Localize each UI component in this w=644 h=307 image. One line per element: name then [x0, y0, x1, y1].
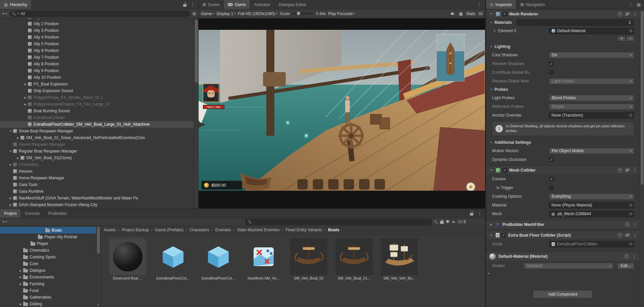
asset-tile[interactable]: SM_Veh_Veh_Bo...	[381, 238, 418, 307]
breadcrumb-segment[interactable]: Characters	[190, 228, 209, 232]
component-enabled-checkbox[interactable]	[502, 12, 507, 16]
materials-count-field[interactable]: 1	[517, 19, 634, 26]
play-focused-dropdown[interactable]: Play Focused▾	[328, 11, 355, 16]
vsync-grid-icon[interactable]: ▦	[459, 11, 463, 16]
label-icon[interactable]	[446, 220, 449, 224]
tab-inspector[interactable]: ⊙ Inspector	[486, 0, 516, 9]
probuilder-meshfilter-header[interactable]: ▶ ProBuilder MeshFilter ? ⋮	[486, 220, 640, 229]
foldout-right-icon[interactable]: ▶	[8, 197, 13, 200]
breadcrumb-segment[interactable]: Enemies	[215, 228, 231, 232]
is-trigger-checkbox[interactable]	[549, 185, 554, 190]
component-enabled-checkbox[interactable]	[502, 168, 507, 173]
tab-project[interactable]: Project	[0, 209, 21, 218]
help-icon[interactable]: ?	[618, 168, 622, 173]
project-folder-item[interactable]: Boats	[0, 227, 100, 234]
inspector-scrollbar[interactable]	[640, 9, 644, 307]
hierarchy-item[interactable]: Gaia Tools	[0, 181, 194, 188]
hierarchy-item[interactable]: Ally 2 Position	[0, 20, 194, 27]
tab-animator[interactable]: Animator	[250, 0, 275, 9]
foldout-right-icon[interactable]: ▶	[23, 83, 28, 86]
physic-material-object-field[interactable]: None (Physic Material)⊙	[549, 202, 634, 208]
mute-audio-icon[interactable]	[450, 12, 455, 16]
project-folder-item[interactable]: Gatherables	[0, 294, 100, 301]
foldout-expanded-icon[interactable]: ▼	[489, 12, 494, 15]
hotbar-slot[interactable]	[328, 179, 339, 190]
motion-vectors-dropdown[interactable]: Per Object Motion▾	[549, 148, 634, 154]
foldout-right-icon[interactable]: ▶	[18, 276, 23, 279]
compass-icon[interactable]	[466, 182, 475, 191]
layout-icon[interactable]: ▤	[637, 2, 641, 7]
asset-store-icon[interactable]	[440, 221, 444, 224]
mesh-renderer-header[interactable]: ▼ Mesh Renderer ? ⋮	[486, 9, 640, 18]
create-asset-button[interactable]: +▾	[2, 220, 7, 224]
tab-navigation[interactable]: ⊞ Navigation	[516, 0, 549, 9]
breadcrumb-segment[interactable]: Game (Prefabs)	[155, 228, 183, 232]
shader-dropdown[interactable]: Standard▾	[524, 263, 613, 269]
breadcrumb-segment[interactable]: Boats	[328, 228, 339, 232]
search-window-icon[interactable]: ⊞	[193, 11, 196, 16]
search-by-type-icon[interactable]	[434, 220, 438, 224]
anchor-object-field[interactable]: None (Transform)⊙	[549, 112, 634, 119]
breadcrumb-segment[interactable]: Project Backup	[122, 228, 149, 232]
scale-slider[interactable]	[292, 13, 314, 14]
foldout-right-icon[interactable]: ▶	[15, 157, 20, 160]
foldout-expanded-icon[interactable]: ▼	[489, 169, 494, 172]
hierarchy-item[interactable]: ▶PolygonAncientEmpire_FX_Fire_Large_01	[0, 101, 194, 108]
extra-boat-floor-collider-header[interactable]: ▼ Extra Boat Floor Collider (Script) ? ⋮	[486, 231, 640, 240]
asset-tile[interactable]: ExtraBoatFloorCol...	[200, 238, 237, 307]
search-filter-caret-icon[interactable]: ▾	[17, 12, 19, 15]
hidden-count-toggle[interactable]: 9	[458, 220, 466, 224]
foldout-right-icon[interactable]: ▶	[18, 303, 23, 306]
foldout-right-icon[interactable]: ▶	[18, 269, 23, 272]
hotbar-slot[interactable]	[374, 179, 385, 190]
stats-button[interactable]: Stats	[466, 11, 475, 16]
object-picker-icon[interactable]: ⊙	[628, 28, 633, 33]
cast-shadows-dropdown[interactable]: On▾	[549, 52, 634, 58]
preset-icon[interactable]	[625, 12, 630, 16]
mesh-collider-header[interactable]: ▼ Mesh Collider ? ⋮	[486, 166, 640, 175]
tab-hierarchy[interactable]: ▤ Hierarchy	[0, 0, 32, 9]
gizmos-dropdown[interactable]: Gi	[479, 11, 483, 16]
kebab-menu-icon[interactable]: ⋮	[632, 254, 636, 259]
cooking-options-dropdown[interactable]: Everything▾	[549, 193, 634, 200]
foldout-right-icon[interactable]: ▶	[8, 203, 13, 206]
game-mode-dropdown[interactable]: Game▾	[201, 11, 214, 16]
display-dropdown[interactable]: Display 1▾	[217, 11, 235, 16]
default-material-header[interactable]: Default-Material (Material) ? ⋮	[486, 251, 640, 261]
hierarchy-item[interactable]: Ship Explosion Sound	[0, 87, 194, 94]
tab-dialogue-editor[interactable]: Dialogue Editor	[275, 0, 311, 9]
add-component-button[interactable]: Add Component	[533, 290, 593, 298]
project-folder-item[interactable]: Cinematics	[0, 247, 100, 254]
kebab-menu-icon[interactable]: ⋮	[629, 2, 633, 7]
tab-probuilder[interactable]: ProBuilder	[44, 209, 71, 218]
help-icon[interactable]: ?	[618, 12, 622, 16]
breadcrumb-segment[interactable]: State Machine Enemies	[237, 228, 279, 232]
drag-handle-icon[interactable]: ≡	[492, 28, 497, 33]
kebab-menu-icon[interactable]: ⋮	[477, 2, 482, 7]
hotbar-slot[interactable]	[297, 179, 308, 190]
foldout-right-icon[interactable]: ▶	[18, 283, 23, 286]
hierarchy-item[interactable]: ▼Regular Boat Respawn Manager	[0, 148, 194, 155]
probes-foldout[interactable]: ▼Probes	[486, 85, 640, 94]
help-icon[interactable]: ?	[624, 254, 629, 259]
project-folder-item[interactable]: ▶Environments	[0, 274, 100, 281]
asset-tile[interactable]: ExtraBoatFloorCol...	[154, 238, 192, 307]
kebab-menu-icon[interactable]: ⋮	[633, 233, 637, 238]
hierarchy-item[interactable]: ▶SM_Veh_Boat_01_Snow_Advanced_NoPreInsta…	[0, 134, 194, 141]
hierarchy-item[interactable]: ▼Snow Boat Respawn Manager	[0, 128, 194, 134]
project-folder-item[interactable]: Player Ally Portrait	[0, 234, 100, 240]
additional-settings-foldout[interactable]: ▼Additional Settings	[486, 138, 640, 146]
help-icon[interactable]: ?	[618, 233, 622, 238]
material-object-field[interactable]: Default-Material ⊙	[549, 28, 634, 34]
hierarchy-item[interactable]: Gaia Runtime	[0, 188, 194, 195]
project-folder-item[interactable]: Player	[0, 240, 100, 247]
lock-icon[interactable]	[470, 211, 473, 216]
asset-tile[interactable]: NavMesh-SM_Ve...	[245, 238, 282, 307]
hierarchy-item[interactable]: ▶SM_Veh_Boat_01(Clone)	[0, 155, 194, 161]
hotbar-slot[interactable]	[343, 179, 355, 190]
add-material-button[interactable]: +	[618, 36, 626, 41]
hierarchy-item[interactable]: ▶PolygonPirate_FX_Smoke_Black_01 1	[0, 94, 194, 101]
hierarchy-item[interactable]: ▶NavMeshStuff (GAIA Terrain, WaterNavMes…	[0, 195, 194, 201]
foldout-right-icon[interactable]: ▶	[8, 163, 13, 166]
object-picker-icon[interactable]: ⊙	[628, 242, 633, 246]
